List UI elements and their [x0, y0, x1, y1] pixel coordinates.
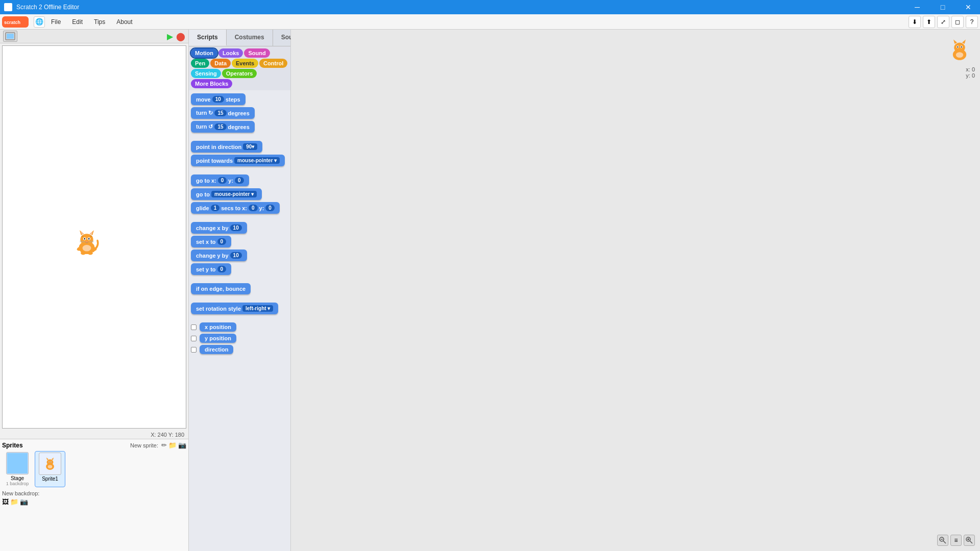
new-backdrop-label: New backdrop: [2, 490, 186, 496]
cat-sensing[interactable]: Sensing [191, 69, 221, 78]
new-backdrop-camera[interactable]: 📷 [20, 498, 28, 506]
block-goto-xy-y[interactable]: 0 [235, 177, 244, 184]
maximize-button[interactable]: □ [931, 0, 954, 14]
toolbar-fullscreen[interactable]: ⤢ [937, 16, 949, 28]
svg-marker-37 [962, 40, 966, 44]
cat-operators[interactable]: Operators [222, 69, 257, 78]
block-move-label: move [196, 96, 211, 103]
cat-data[interactable]: Data [210, 59, 231, 68]
block-set-y[interactable]: set y to 0 [191, 263, 231, 275]
block-glide[interactable]: glide 1 secs to x: 0 y: 0 [191, 202, 280, 214]
block-glide-secs[interactable]: 1 [211, 205, 220, 211]
direction-checkbox[interactable] [191, 347, 197, 353]
window-controls: ─ □ ✕ [905, 0, 980, 14]
new-sprite-paint[interactable]: ✏ [161, 441, 167, 449]
block-turn-cw-label: turn ↻ [196, 110, 213, 116]
sprite1-thumbnail[interactable]: Sprite1 [35, 451, 65, 487]
menu-about[interactable]: About [111, 16, 137, 28]
spacer5 [191, 296, 288, 300]
toolbar-upload[interactable]: ⬆ [923, 16, 935, 28]
new-backdrop-file[interactable]: 📁 [10, 498, 18, 506]
cat-moreblocks[interactable]: More Blocks [191, 79, 232, 88]
block-goto-target-value[interactable]: mouse-pointer ▾ [211, 191, 257, 197]
block-turn-ccw[interactable]: turn ↺ 15 degrees [191, 121, 255, 133]
cat-motion[interactable]: Motion [191, 48, 217, 58]
svg-point-26 [47, 459, 54, 465]
block-direction[interactable]: direction [200, 345, 233, 354]
menu-edit[interactable]: Edit [67, 16, 88, 28]
cat-events[interactable]: Events [232, 59, 258, 68]
toolbar-copy[interactable]: ◻ [951, 16, 964, 28]
svg-point-42 [956, 52, 963, 58]
cat-sound[interactable]: Sound [244, 48, 270, 58]
stage-view-icon[interactable] [3, 31, 17, 42]
block-goto-xy[interactable]: go to x: 0 y: 0 [191, 174, 249, 186]
cat-control[interactable]: Control [259, 59, 287, 68]
stage-controls: ▶ ⬤ [0, 30, 188, 43]
block-x-position[interactable]: x position [200, 322, 236, 332]
new-backdrop-paint[interactable]: 🖼 [2, 498, 9, 506]
minimize-button[interactable]: ─ [905, 0, 929, 14]
zoom-reset-button[interactable]: ≡ [950, 535, 962, 546]
block-bounce[interactable]: if on edge, bounce [191, 283, 251, 294]
toolbar-icons: ⬇ ⬆ ⤢ ◻ ? [909, 16, 978, 28]
toolbar-download[interactable]: ⬇ [909, 16, 921, 28]
left-panel: ▶ ⬤ [0, 30, 189, 551]
y-position-checkbox[interactable] [191, 336, 197, 341]
cat-looks[interactable]: Looks [218, 48, 243, 58]
stage-thumbnail[interactable]: Stage 1 backdrop [2, 451, 33, 487]
block-move-value[interactable]: 10 [212, 96, 224, 103]
spacer4 [191, 277, 288, 281]
tab-costumes[interactable]: Costumes [227, 30, 273, 46]
zoom-out-button[interactable] [937, 535, 948, 546]
globe-button[interactable]: 🌐 [34, 16, 45, 28]
block-glide-to-label: secs to x: [221, 205, 247, 211]
block-change-y-value[interactable]: 10 [230, 252, 242, 259]
svg-point-23 [82, 244, 91, 251]
x-position-checkbox[interactable] [191, 324, 197, 330]
cat-pen[interactable]: Pen [191, 59, 209, 68]
toolbar-help[interactable]: ? [966, 16, 978, 28]
tab-scripts[interactable]: Scripts [189, 30, 227, 46]
green-flag-button[interactable]: ▶ [167, 32, 173, 41]
block-turn-ccw-value[interactable]: 15 [214, 123, 226, 130]
block-turn-cw-value[interactable]: 15 [214, 110, 226, 116]
block-rotation[interactable]: set rotation style left-right ▾ [191, 303, 278, 314]
block-glide-x[interactable]: 0 [249, 205, 258, 211]
new-sprite-camera[interactable]: 📷 [178, 441, 186, 449]
block-goto-xy-x[interactable]: 0 [218, 177, 227, 184]
block-point-dir-value[interactable]: 90▾ [243, 143, 257, 150]
stop-button[interactable]: ⬤ [176, 32, 185, 41]
block-point-towards-label: point towards [196, 158, 233, 164]
block-glide-y[interactable]: 0 [265, 205, 275, 211]
svg-point-35 [954, 43, 965, 53]
block-set-y-value[interactable]: 0 [217, 266, 227, 272]
block-change-y[interactable]: change y by 10 [191, 249, 247, 261]
block-set-x-value[interactable]: 0 [217, 238, 227, 245]
zoom-in-button[interactable] [964, 535, 975, 546]
menu-file[interactable]: File [46, 16, 66, 28]
sprites-title: Sprites [2, 442, 23, 449]
sprite-x-coord: x: 0 [966, 66, 975, 72]
spacer1 [191, 135, 288, 139]
block-rotation-value[interactable]: left-right ▾ [242, 305, 273, 312]
sprite-coords: x: 0 y: 0 [966, 66, 975, 79]
block-change-x[interactable]: change x by 10 [191, 222, 247, 234]
block-change-x-value[interactable]: 10 [230, 224, 242, 231]
block-y-position-row: y position [191, 334, 288, 343]
block-set-x[interactable]: set x to 0 [191, 236, 231, 247]
script-area[interactable]: x: 0 y: 0 ≡ [291, 30, 980, 551]
close-button[interactable]: ✕ [957, 0, 980, 14]
svg-rect-24 [7, 453, 28, 473]
block-y-position[interactable]: y position [200, 334, 236, 343]
block-point-towards[interactable]: point towards mouse-pointer ▾ [191, 155, 285, 166]
new-sprite-file[interactable]: 📁 [168, 441, 177, 449]
block-move[interactable]: move 10 steps [191, 93, 246, 105]
block-turn-cw[interactable]: turn ↻ 15 degrees [191, 107, 255, 119]
svg-point-13 [88, 238, 89, 240]
menu-tips[interactable]: Tips [89, 16, 110, 28]
editor-tabs: Scripts Costumes Sounds [189, 30, 290, 46]
block-point-towards-value[interactable]: mouse-pointer ▾ [234, 157, 280, 164]
block-point-dir[interactable]: point in direction 90▾ [191, 141, 262, 153]
block-goto-target[interactable]: go to mouse-pointer ▾ [191, 188, 262, 200]
